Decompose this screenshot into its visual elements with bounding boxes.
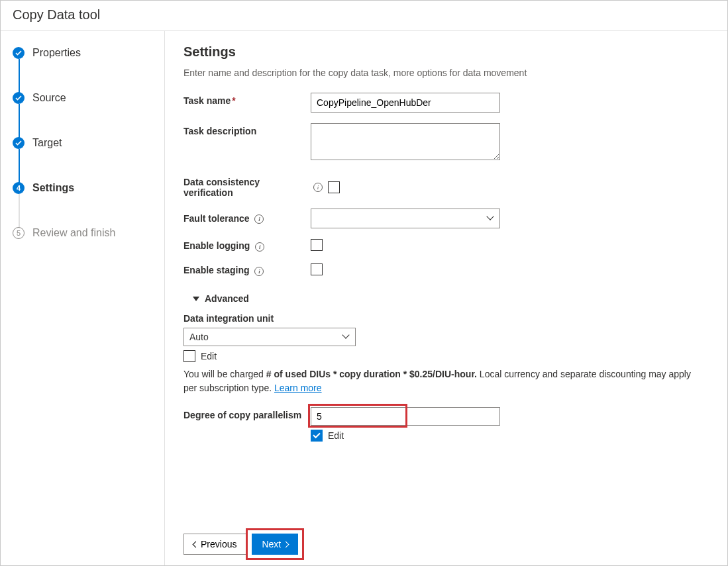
enable-staging-label: Enable staging i	[183, 265, 311, 275]
task-name-row: Task name*	[183, 93, 709, 113]
step-properties[interactable]: Properties	[13, 47, 164, 92]
diu-edit-checkbox[interactable]	[183, 350, 195, 362]
step-number-icon: 5	[13, 227, 25, 239]
advanced-toggle[interactable]: Advanced	[193, 293, 249, 304]
task-name-label: Task name*	[183, 93, 311, 106]
step-connector	[19, 104, 20, 138]
enable-logging-checkbox[interactable]	[311, 239, 323, 251]
next-button[interactable]: Next	[252, 534, 298, 555]
parallelism-label: Degree of copy parallelism	[183, 407, 311, 420]
parallelism-input[interactable]	[311, 407, 500, 426]
data-consistency-label: Data consistency verification	[183, 177, 311, 198]
page-title: Settings	[183, 44, 709, 60]
diu-note: You will be charged # of used DIUs * cop…	[183, 367, 707, 395]
page-description: Enter name and description for the copy …	[183, 68, 709, 78]
expand-icon	[193, 297, 199, 301]
step-connector	[19, 149, 20, 183]
step-label: Target	[32, 137, 62, 149]
diu-select[interactable]: Auto	[183, 328, 356, 346]
parallelism-edit-row: Edit	[311, 430, 709, 442]
info-icon[interactable]: i	[255, 242, 264, 252]
data-consistency-checkbox[interactable]	[328, 181, 340, 193]
chevron-right-icon	[283, 541, 289, 547]
copy-data-tool-window: Copy Data tool Properties Source	[0, 0, 728, 566]
info-icon[interactable]: i	[313, 183, 323, 192]
parallelism-edit-checkbox[interactable]	[311, 430, 323, 442]
window-title: Copy Data tool	[1, 1, 727, 31]
step-source[interactable]: Source	[13, 92, 164, 137]
step-label: Properties	[32, 47, 81, 59]
chevron-left-icon	[193, 541, 199, 547]
chevron-down-icon	[343, 334, 350, 340]
step-review-finish[interactable]: 5 Review and finish	[13, 227, 164, 272]
enable-logging-row: Enable logging i	[183, 239, 709, 253]
task-description-row: Task description	[183, 123, 709, 162]
task-name-input[interactable]	[311, 93, 500, 113]
step-target[interactable]: Target	[13, 137, 164, 182]
wizard-footer: Previous Next	[183, 526, 709, 555]
task-description-label: Task description	[183, 123, 311, 136]
fault-tolerance-label: Fault tolerance i	[183, 213, 311, 224]
check-icon	[13, 92, 25, 104]
task-description-input[interactable]	[311, 123, 500, 160]
parallelism-edit-label: Edit	[328, 430, 344, 441]
diu-label: Data integration unit	[183, 313, 709, 324]
enable-staging-checkbox[interactable]	[311, 263, 323, 275]
parallelism-row: Degree of copy parallelism Edit	[183, 407, 709, 442]
step-connector	[19, 59, 20, 93]
check-icon	[13, 47, 25, 59]
fault-tolerance-row: Fault tolerance i	[183, 209, 709, 228]
step-label: Source	[32, 92, 66, 104]
check-icon	[13, 137, 25, 149]
fault-tolerance-select[interactable]	[311, 209, 500, 228]
enable-staging-row: Enable staging i	[183, 263, 709, 277]
window-body: Properties Source Target 4 Settings	[1, 31, 727, 565]
learn-more-link[interactable]: Learn more	[274, 383, 322, 393]
settings-form: Task name* Task description Data consist…	[183, 93, 709, 526]
step-connector	[19, 194, 20, 228]
wizard-steps-sidebar: Properties Source Target 4 Settings	[1, 31, 165, 565]
advanced-label: Advanced	[205, 293, 249, 304]
main-panel: Settings Enter name and description for …	[165, 31, 727, 565]
info-icon[interactable]: i	[254, 267, 264, 276]
diu-edit-row: Edit	[183, 350, 709, 362]
step-label: Review and finish	[32, 227, 115, 239]
enable-logging-label: Enable logging i	[183, 240, 311, 251]
diu-section: Data integration unit Auto Edit You will…	[183, 313, 709, 395]
step-label: Settings	[32, 182, 74, 194]
step-number-icon: 4	[13, 182, 25, 194]
data-consistency-row: Data consistency verification i	[183, 177, 709, 198]
info-icon[interactable]: i	[254, 214, 264, 224]
chevron-down-icon	[488, 215, 494, 222]
diu-edit-label: Edit	[201, 351, 217, 361]
step-settings[interactable]: 4 Settings	[13, 182, 164, 227]
previous-button[interactable]: Previous	[183, 534, 246, 555]
